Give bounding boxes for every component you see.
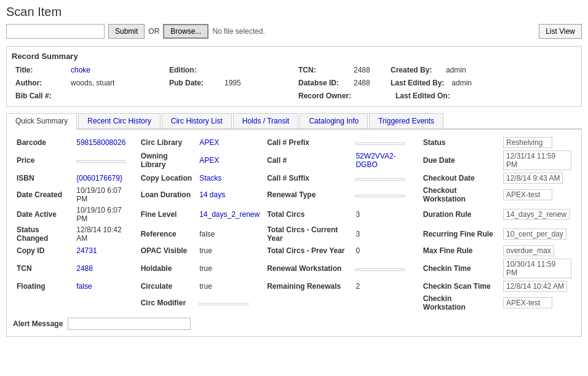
- checkin-time-label: Checkin Time: [419, 257, 499, 280]
- tabs: Quick Summary Recent Circ History Circ H…: [6, 113, 582, 130]
- pub-date-spacer: [165, 90, 221, 101]
- reference-value: false: [196, 224, 263, 244]
- submit-button[interactable]: Submit: [108, 24, 145, 39]
- checkin-time-value: 10/30/14 11:59 PM: [499, 257, 575, 280]
- date-created-value: 10/19/10 6:07 PM: [73, 185, 137, 205]
- date-created-label: Date Created: [13, 185, 73, 205]
- row10-empty3: [263, 293, 352, 313]
- tab-holds-transit[interactable]: Holds / Transit: [233, 113, 299, 128]
- recurring-fine-rule-label: Recurring Fine Rule: [419, 224, 499, 244]
- remaining-renewals-label: Remaining Renewals: [263, 280, 352, 293]
- table-row: Price Owning Library APEX Call # 52W2VVA…: [13, 149, 575, 171]
- database-id-label: Databse ID:: [295, 77, 350, 88]
- loan-duration-value: 14 days: [196, 185, 263, 205]
- record-summary-heading: Record Summary: [12, 52, 576, 61]
- record-owner-value: [355, 90, 392, 101]
- last-edited-by-value: admin: [448, 77, 475, 88]
- list-view-button[interactable]: List View: [539, 24, 582, 39]
- tab-cataloging-info[interactable]: Cataloging Info: [300, 113, 368, 128]
- barcode-value: 598158008026: [73, 136, 137, 149]
- row10-empty2: [73, 293, 137, 313]
- total-circs-prev-value: 0: [352, 244, 419, 257]
- call-prefix-label: Call # Prefix: [263, 136, 352, 149]
- or-text: OR: [148, 27, 159, 36]
- copy-id-label: Copy ID: [13, 244, 73, 257]
- tcn-label: TCN:: [295, 65, 350, 76]
- checkin-workstation-value: APEX-test: [499, 293, 575, 313]
- checkout-workstation-value: APEX-test: [499, 185, 575, 205]
- date-active-label: Date Active: [13, 205, 73, 224]
- renewal-type-value: [352, 185, 419, 205]
- alert-message-input[interactable]: [68, 318, 191, 330]
- holdable-label: Holdable: [137, 257, 196, 280]
- fine-level-label: Fine Level: [137, 205, 196, 224]
- total-circs-prev-label: Total Circs - Prev Year: [263, 244, 352, 257]
- tcn-field-value: 2488: [73, 257, 137, 280]
- barcode-label: Barcode: [13, 136, 73, 149]
- scan-input[interactable]: [6, 24, 105, 39]
- page-title: Scan Item: [6, 5, 582, 19]
- holdable-value: true: [196, 257, 263, 280]
- bib-call-label: Bib Call #:: [12, 90, 67, 101]
- isbn-value: {0060176679}: [73, 171, 137, 185]
- tab-quick-summary[interactable]: Quick Summary: [6, 113, 77, 130]
- tcn-field-label: TCN: [13, 257, 73, 280]
- created-by-label: Created By:: [387, 65, 442, 76]
- copy-location-value: Stacks: [196, 171, 263, 185]
- pub-date-spacer2: [221, 90, 295, 101]
- price-value: [73, 149, 137, 171]
- duration-rule-label: Duration Rule: [419, 205, 499, 224]
- circ-library-label: Circ Library: [137, 136, 196, 149]
- row10-empty4: [352, 293, 419, 313]
- circulate-label: Circulate: [137, 280, 196, 293]
- copy-location-label: Copy Location: [137, 171, 196, 185]
- tab-circ-history-list[interactable]: Circ History List: [162, 113, 232, 128]
- date-active-value: 10/19/10 6:07 PM: [73, 205, 137, 224]
- max-fine-rule-value: overdue_max: [499, 244, 575, 257]
- total-circs-current-label: Total Circs - Current Year: [263, 224, 352, 244]
- content-area: Barcode 598158008026 Circ Library APEX C…: [6, 130, 582, 337]
- tab-recent-circ-history[interactable]: Recent Circ History: [78, 113, 160, 128]
- checkout-date-label: Checkout Date: [419, 171, 499, 185]
- author-value: woods, stuart: [67, 77, 165, 88]
- checkin-workstation-label: Checkin Workstation: [419, 293, 499, 313]
- pub-date-value: 1995: [221, 77, 295, 88]
- checkout-date-value: 12/8/14 9:43 AM: [499, 171, 575, 185]
- author-label: Author:: [12, 77, 67, 88]
- call-prefix-value: [352, 136, 419, 149]
- floating-value: false: [73, 280, 137, 293]
- max-fine-rule-label: Max Fine Rule: [419, 244, 499, 257]
- renewal-workstation-label: Renewal Workstation: [263, 257, 352, 280]
- tab-triggered-events[interactable]: Triggered Events: [369, 113, 443, 128]
- reference-label: Reference: [137, 224, 196, 244]
- checkout-workstation-label: Checkout Workstation: [419, 185, 499, 205]
- table-row: Copy ID 24731 OPAC Visible true Total Ci…: [13, 244, 575, 257]
- record-owner-label: Record Owner:: [295, 90, 355, 101]
- record-summary: Record Summary Title: choke Edition: TCN…: [6, 46, 582, 107]
- table-row: Floating false Circulate true Remaining …: [13, 280, 575, 293]
- total-circs-current-value: 3: [352, 224, 419, 244]
- table-row: Date Active 10/19/10 6:07 PM Fine Level …: [13, 205, 575, 224]
- tcn-value: 2488: [350, 65, 387, 76]
- status-value: Reshelving: [499, 136, 575, 149]
- browse-button[interactable]: Browse...: [163, 24, 209, 39]
- loan-duration-label: Loan Duration: [137, 185, 196, 205]
- remaining-renewals-value: 2: [352, 280, 419, 293]
- table-row: Status Changed 12/8/14 10:42 AM Referenc…: [13, 224, 575, 244]
- renewal-workstation-value: [352, 257, 419, 280]
- call-suffix-label: Call # Suffix: [263, 171, 352, 185]
- table-row: TCN 2488 Holdable true Renewal Workstati…: [13, 257, 575, 280]
- no-file-text: No file selected.: [212, 27, 264, 36]
- copy-id-value: 24731: [73, 244, 137, 257]
- owning-library-value: APEX: [196, 149, 263, 171]
- pub-date-label: Pub Date:: [165, 77, 221, 88]
- price-label: Price: [13, 149, 73, 171]
- total-circs-value: 3: [352, 205, 419, 224]
- recurring-fine-rule-value: 10_cent_per_day: [499, 224, 575, 244]
- floating-label: Floating: [13, 280, 73, 293]
- row10-empty1: [13, 293, 73, 313]
- call-num-value: 52W2VVA2-DGBO: [352, 149, 419, 171]
- circ-modifier-label: Circ Modifier: [137, 293, 196, 313]
- title-label: Title:: [12, 65, 67, 76]
- last-edited-on-value: [454, 90, 461, 101]
